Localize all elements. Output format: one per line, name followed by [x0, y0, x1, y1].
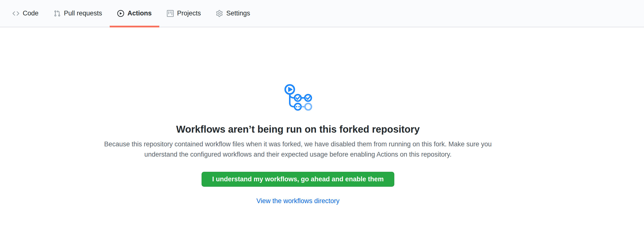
tab-settings-label: Settings [226, 10, 250, 17]
tab-pull-requests-label: Pull requests [64, 10, 102, 17]
view-workflows-directory-link[interactable]: View the workflows directory [256, 197, 339, 205]
tab-code-label: Code [23, 10, 38, 17]
active-tab-underline [110, 26, 159, 28]
tab-projects-label: Projects [177, 10, 201, 17]
tab-code[interactable]: Code [5, 0, 46, 27]
gear-icon [216, 10, 223, 17]
blankslate-description: Because this repository contained workfl… [100, 139, 496, 159]
play-icon [117, 10, 124, 17]
tab-settings[interactable]: Settings [208, 0, 258, 27]
enable-workflows-button[interactable]: I understand my workflows, go ahead and … [202, 172, 394, 187]
blankslate-heading: Workflows aren’t being run on this forke… [176, 123, 420, 135]
code-icon [12, 10, 19, 17]
workflow-icon [284, 82, 312, 112]
tab-actions[interactable]: Actions [110, 0, 159, 27]
actions-disabled-blankslate: Workflows aren’t being run on this forke… [0, 28, 644, 205]
tab-projects[interactable]: Projects [159, 0, 209, 27]
tab-pull-requests[interactable]: Pull requests [46, 0, 110, 27]
git-pull-request-icon [54, 10, 60, 17]
project-icon [167, 10, 174, 17]
repo-tab-nav: Code Pull requests Actions Projects Sett… [0, 0, 644, 28]
tab-actions-label: Actions [128, 10, 152, 17]
